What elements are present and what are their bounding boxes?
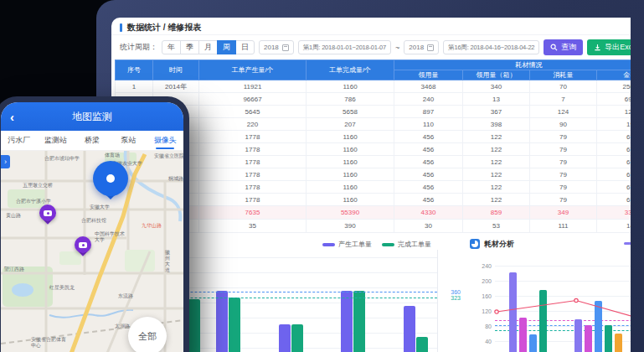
camera-pin[interactable]: [39, 204, 58, 228]
end-year-picker[interactable]: 2018: [404, 40, 439, 54]
period-option-年[interactable]: 年: [162, 40, 181, 54]
export-label: 导出Excel: [605, 42, 631, 53]
table-cell: 79: [530, 156, 597, 168]
table-cell: 2014年: [153, 80, 199, 93]
table-cell: 70: [530, 80, 597, 93]
map-label: 中国科学技术大学: [95, 231, 128, 243]
report-table: 序号时间工单产生量/个工单完成量/个耗材情况领用量领用量（箱）消耗量金额 120…: [115, 60, 631, 233]
table-cell: 1778: [199, 156, 307, 168]
period-segmented: 年季月周日: [162, 40, 255, 54]
legend-item[interactable]: 完成工单量: [382, 240, 431, 249]
table-row: 177811604561227967: [116, 194, 631, 206]
table-cell: 13: [463, 93, 530, 106]
map[interactable]: 合肥市琥珀中学体育场安徽农业大学安徽省立医院桐城路五里墩立交桥合肥市宁溪小学安徽…: [1, 151, 183, 352]
table-cell: 122: [463, 194, 530, 206]
table-cell: 456: [394, 143, 463, 156]
table-cell: 110: [394, 118, 463, 131]
table-row: 177811604561227967: [116, 181, 631, 194]
total-row: 合计7635553904330859349332: [116, 206, 631, 220]
camera-pin[interactable]: [75, 236, 93, 260]
period-option-周[interactable]: 周: [217, 40, 236, 54]
table-cell: 5658: [307, 106, 394, 118]
table-cell: 79: [530, 181, 597, 194]
all-button[interactable]: 全部: [128, 317, 167, 352]
table-cell: 207: [307, 118, 394, 131]
legend-item[interactable]: 产生工单量: [322, 240, 372, 249]
breadcrumb-text: 数据统计 / 维修报表: [127, 22, 201, 34]
column-header: 序号: [116, 60, 153, 80]
table-cell: 19: [597, 118, 631, 131]
consumables-chart: 耗材分析 4080120160200240: [470, 238, 631, 352]
table-cell: 122: [463, 168, 530, 181]
map-label: 安徽大学: [90, 204, 110, 210]
query-label: 查询: [561, 42, 576, 53]
camera-icon: [79, 242, 87, 248]
total-cell: 7635: [199, 206, 307, 220]
phone-mockup: ‹ 地图监测 污水厂监测站桥梁泵站摄像头: [0, 96, 189, 352]
breadcrumb: 数据统计 / 维修报表: [111, 18, 631, 35]
table-row: 177811604561227967: [116, 131, 631, 143]
y-tick: 120: [473, 308, 492, 314]
map-expander[interactable]: ›: [1, 155, 10, 168]
table-cell: 67: [597, 168, 631, 181]
table-cell: 5645: [199, 106, 307, 118]
selected-camera-marker[interactable]: [93, 161, 128, 199]
sub-column-header: 消耗量: [530, 70, 597, 80]
period-option-日[interactable]: 日: [235, 40, 255, 54]
y-tick: 40: [473, 339, 492, 344]
tab-摄像头[interactable]: 摄像头: [147, 131, 183, 150]
bar: [279, 324, 291, 352]
back-icon[interactable]: ‹: [10, 111, 14, 123]
average-row: 平均值35390305311114: [116, 220, 631, 233]
start-year-value: 2018: [264, 44, 279, 51]
table-cell: 1778: [199, 168, 307, 181]
chart-title-row: 耗材分析: [470, 238, 631, 250]
table-cell: 1160: [307, 143, 394, 156]
table-row: 177811604561227967: [116, 156, 631, 168]
table-cell: 3468: [394, 80, 463, 93]
start-year-picker[interactable]: 2018: [259, 40, 294, 54]
table-cell: 79: [530, 131, 597, 143]
table-cell: 456: [394, 156, 463, 168]
phone-header: ‹ 地图监测: [1, 102, 183, 131]
tab-污水厂[interactable]: 污水厂: [1, 131, 38, 150]
period-option-月[interactable]: 月: [198, 40, 218, 54]
average-cell: 111: [530, 220, 597, 233]
tab-监测站[interactable]: 监测站: [38, 131, 75, 150]
tab-泵站[interactable]: 泵站: [111, 131, 147, 150]
table-cell: 897: [394, 106, 463, 118]
y-tick: 200: [473, 278, 492, 284]
average-cell: 390: [307, 220, 394, 233]
table-head: 序号时间工单产生量/个工单完成量/个耗材情况领用量领用量（箱）消耗量金额: [116, 60, 631, 80]
table-cell: 456: [394, 131, 463, 143]
average-cell: 30: [394, 220, 463, 233]
export-excel-button[interactable]: 导出Excel: [587, 39, 631, 55]
table-cell: 2506: [597, 80, 631, 93]
phone-tabs: 污水厂监测站桥梁泵站摄像头: [1, 131, 183, 151]
total-cell: 349: [530, 206, 597, 220]
average-cell: 35: [199, 220, 307, 233]
bar: [404, 306, 415, 352]
column-header: 工单产生量/个: [199, 60, 307, 80]
end-year-value: 2018: [409, 44, 424, 51]
period-option-季[interactable]: 季: [180, 40, 199, 54]
range-separator: ~: [395, 44, 399, 52]
table-cell: 79: [530, 194, 597, 206]
charts-section: 产生工单量完成工单量 360323 耗材分析 4080120160200240: [115, 238, 631, 352]
table-cell: 367: [463, 106, 530, 118]
map-label: 黄山路: [6, 213, 21, 219]
sub-column-header: 领用量（箱）: [463, 70, 530, 80]
table-cell: 96667: [199, 93, 307, 106]
table-cell: 67: [597, 181, 631, 194]
table-cell: 340: [463, 80, 530, 93]
calendar-icon: [427, 44, 434, 51]
phone-screen: ‹ 地图监测 污水厂监测站桥梁泵站摄像头: [1, 102, 183, 352]
chart-legend: 产生工单量完成工单量: [322, 240, 431, 249]
start-week-picker[interactable]: 第1周: 2018-01-01~2018-01-07: [298, 40, 391, 54]
end-week-picker[interactable]: 第16周: 2018-04-16~2018-04-22: [443, 40, 539, 54]
tab-桥梁[interactable]: 桥梁: [74, 131, 111, 150]
table-cell: 122: [463, 181, 530, 194]
query-button[interactable]: 查询: [544, 39, 583, 55]
report-card: 数据统计 / 维修报表 统计周期： 年季月周日 2018 第1周: 2018-0…: [111, 18, 631, 352]
y-tick: 240: [473, 263, 492, 269]
